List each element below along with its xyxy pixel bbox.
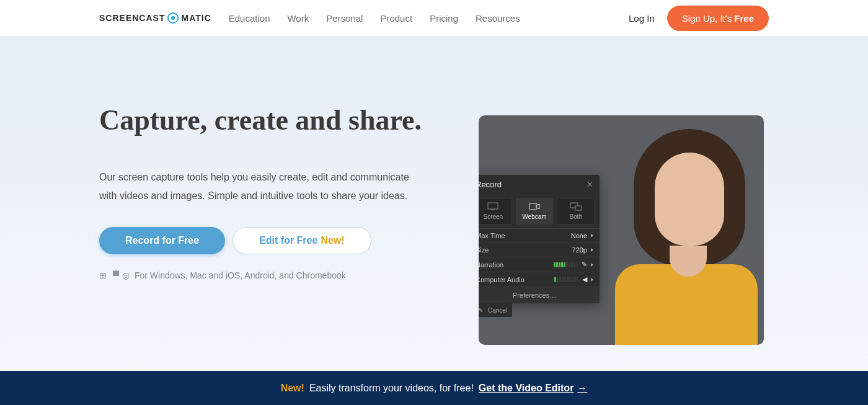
banner-text: Easily transform your videos, for free! [309,383,474,394]
chrome-icon: ◎ [122,270,130,280]
windows-icon: ⊞ [99,270,107,280]
close-icon[interactable]: ✕ [587,180,593,189]
record-panel-head: Record ✕ [479,175,600,194]
signup-pre: Sign Up, It's [682,13,735,24]
audio-meter [554,277,578,282]
brand-logo[interactable]: SCREENCAST MATIC [99,12,211,24]
svg-rect-4 [575,206,582,210]
screen-icon [487,202,499,211]
webcam-icon [528,202,541,211]
hero-copy: Capture, create and share. Our screen ca… [99,104,428,371]
logo-dot-icon [167,12,179,24]
chevron-right-icon [591,278,593,282]
preferences-link[interactable]: Preferences… [479,287,600,303]
record-free-button[interactable]: Record for Free [99,227,225,254]
arrow-right-icon: → [577,383,587,394]
svg-rect-1 [491,210,495,210]
hero-illustration: Record ✕ Screen Webcam Both [471,104,769,371]
edit-free-button[interactable]: Edit for Free New! [232,227,371,254]
chevron-right-icon [591,248,593,252]
size-label: Size [479,246,489,254]
platforms-row: ⊞ ▀ ◎ For Windows, Mac and iOS, Android,… [99,270,428,280]
android-icon: ▀ [113,270,119,280]
row-maxtime[interactable]: Max Time None [479,228,600,243]
webcam-card: Record ✕ Screen Webcam Both [479,115,764,345]
edit-free-new: New! [321,235,344,246]
pencil-icon[interactable]: ✎ [479,307,483,314]
site-header: SCREENCAST MATIC Education Work Personal… [0,0,868,36]
banner-link[interactable]: Get the Video Editor → [479,383,588,394]
record-tabs: Screen Webcam Both [479,194,600,228]
edit-free-label: Edit for Free [259,235,317,246]
svg-rect-0 [488,203,498,209]
logo-text-1: SCREENCAST [99,13,165,23]
chevron-right-icon [591,263,593,267]
promo-banner: New! Easily transform your videos, for f… [0,371,868,405]
tab-both[interactable]: Both [557,198,595,225]
narration-meter [554,262,578,267]
record-panel-title: Record [479,180,502,189]
hero-section: Capture, create and share. Our screen ca… [0,36,868,371]
rec-toolbar: Rec ✿ ✎ Cancel [479,302,512,318]
cancel-button[interactable]: Cancel [488,307,507,314]
record-panel: Record ✕ Screen Webcam Both [479,175,600,303]
platforms-text: For Windows, Mac and iOS, Android, and C… [135,270,346,280]
banner-new: New! [281,383,304,394]
logo-text-2: MATIC [181,13,211,23]
speaker-icon: ◀ [582,275,587,283]
cta-row: Record for Free Edit for Free New! [99,227,428,254]
nav-pricing[interactable]: Pricing [430,13,458,24]
hero-title: Capture, create and share. [99,104,428,137]
chevron-right-icon [591,234,593,238]
signup-bold: Free [734,13,754,24]
nav-personal[interactable]: Personal [326,13,363,24]
nav-work[interactable]: Work [287,13,309,24]
tab-webcam[interactable]: Webcam [516,198,554,225]
nav-resources[interactable]: Resources [476,13,520,24]
row-computer-audio[interactable]: Computer Audio ◀ [479,272,600,287]
narration-label: Narration [479,261,503,269]
nav-education[interactable]: Education [229,13,270,24]
svg-rect-2 [529,203,536,210]
nav-product[interactable]: Product [380,13,412,24]
person-illustration [603,115,764,345]
tab-screen[interactable]: Screen [479,198,512,225]
main-nav: Education Work Personal Product Pricing … [229,13,520,24]
row-narration[interactable]: Narration ✎ [479,257,600,272]
row-size[interactable]: Size 720p [479,243,600,257]
hero-subtitle: Our screen capture tools help you easily… [99,168,415,206]
signup-button[interactable]: Sign Up, It's Free [667,6,769,31]
maxtime-label: Max Time [479,232,505,239]
both-icon [570,202,582,211]
login-link[interactable]: Log In [629,13,655,24]
computer-audio-label: Computer Audio [479,276,525,283]
mic-icon: ✎ [582,260,587,269]
